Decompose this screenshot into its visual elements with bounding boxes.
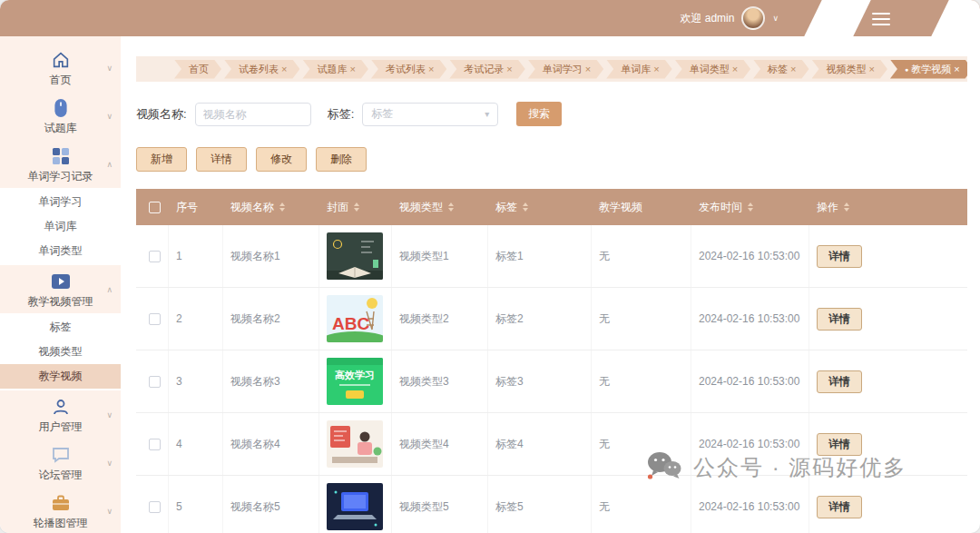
forum-icon [50, 444, 72, 466]
detail-button[interactable]: 详情 [196, 147, 247, 172]
sidebar-item-label: 首页 [50, 74, 72, 87]
tab-label: 首页 [189, 63, 209, 76]
col-cover: 封面 [319, 189, 392, 225]
close-icon[interactable]: × [506, 64, 512, 74]
svg-text:高效学习: 高效学习 [335, 370, 375, 380]
col-name: 视频名称 [223, 189, 319, 225]
sidebar-subitem-word-bank[interactable]: 单词库 [0, 214, 121, 239]
sort-icon[interactable] [279, 202, 285, 212]
sort-icon[interactable] [523, 202, 528, 212]
row-detail-button[interactable]: 详情 [817, 308, 862, 331]
tag-label: 标签: [328, 106, 355, 123]
tab-label: 标签 [768, 63, 788, 76]
tab-label: 考试列表 [386, 63, 426, 76]
sidebar-subitem-word-learning[interactable]: 单词学习 [0, 190, 121, 214]
close-icon[interactable]: × [732, 64, 738, 74]
sidebar-subitem-teaching-video[interactable]: 教学视频 [0, 364, 121, 389]
row-checkbox[interactable] [149, 501, 161, 513]
close-icon[interactable]: × [281, 64, 287, 74]
row-detail-button[interactable]: 详情 [817, 370, 862, 393]
sidebar-item-word-learning-records[interactable]: 单词学习记录 ∧ [0, 140, 121, 188]
sidebar-item-teaching-video-management[interactable]: 教学视频管理 ∧ [0, 265, 121, 313]
sidebar-item-home[interactable]: 首页 ∨ [0, 44, 121, 92]
sort-icon[interactable] [748, 202, 753, 212]
sidebar-subitem-tag[interactable]: 标签 [0, 315, 121, 340]
cell-name: 视频名称3 [223, 350, 319, 412]
cell-no: 5 [169, 476, 223, 533]
col-time: 发布时间 [691, 189, 809, 225]
row-checkbox[interactable] [149, 439, 161, 450]
close-icon[interactable]: × [869, 64, 875, 74]
sidebar-item-label: 轮播图管理 [34, 517, 88, 530]
close-icon[interactable]: × [954, 64, 959, 74]
chevron-down-icon: ∨ [106, 64, 113, 73]
cover-image-green-study: 高效学习 [327, 358, 383, 405]
tab-word-type[interactable]: 单词类型 × [675, 60, 750, 79]
chevron-down-icon[interactable]: ∨ [772, 14, 779, 23]
tab-tag[interactable]: 标签 × [753, 60, 808, 79]
avatar[interactable] [741, 6, 765, 30]
tab-exam-list[interactable]: 考试列表 × [371, 60, 446, 79]
cell-type: 视频类型4 [392, 413, 488, 475]
sidebar-subitem-word-type[interactable]: 单词类型 [0, 239, 121, 263]
close-icon[interactable]: × [428, 64, 434, 74]
tab-question-bank[interactable]: 试题库 × [302, 60, 368, 79]
tab-label: 视频类型 [827, 63, 867, 76]
sidebar-item-forum-management[interactable]: 论坛管理 ∨ [0, 439, 121, 487]
table-row: 1 视频名称1 [136, 225, 967, 288]
col-type: 视频类型 [392, 189, 488, 225]
close-icon[interactable]: × [653, 64, 659, 74]
sort-icon[interactable] [354, 202, 359, 212]
sidebar-item-user-management[interactable]: 用户管理 ∨ [0, 390, 121, 439]
topbar-decoration [804, 0, 871, 36]
tab-label: 考试记录 [464, 63, 504, 76]
cover-image-abc-book: ABC [327, 295, 383, 342]
row-detail-button[interactable]: 详情 [817, 245, 862, 268]
word-submenu: 单词学习 单词库 单词类型 [0, 188, 121, 265]
sidebar-item-question-bank[interactable]: 试题库 ∨ [0, 92, 121, 140]
topbar: 欢迎 admin ∨ [0, 0, 980, 36]
menu-icon[interactable] [872, 13, 890, 29]
tag-select[interactable]: 标签 ▾ [362, 103, 498, 126]
sort-icon[interactable] [844, 202, 849, 212]
chevron-down-icon: ∨ [106, 507, 113, 516]
sort-icon[interactable] [448, 202, 454, 212]
cell-type: 视频类型1 [392, 225, 488, 287]
search-button[interactable]: 搜索 [516, 102, 562, 126]
cell-tag: 标签3 [488, 350, 592, 412]
watermark: 公众号 · 源码好优多 [646, 450, 906, 485]
add-button[interactable]: 新增 [136, 147, 187, 172]
filter-bar: 视频名称: 标签: 标签 ▾ 搜索 [136, 102, 967, 126]
video-name-input[interactable] [195, 103, 311, 126]
topbar-corner-decoration [931, 0, 980, 36]
tab-video-type[interactable]: 视频类型 × [812, 60, 887, 79]
cell-tag: 标签2 [488, 288, 592, 350]
tab-home[interactable]: 首页 [174, 60, 221, 79]
edit-button[interactable]: 修改 [256, 147, 307, 172]
chevron-down-icon: ∨ [106, 410, 113, 419]
sidebar-subitem-video-type[interactable]: 视频类型 [0, 340, 121, 364]
cell-tag: 标签1 [488, 225, 592, 287]
tab-label: 试题库 [317, 63, 347, 76]
tab-word-bank[interactable]: 单词库 × [606, 60, 671, 79]
row-checkbox[interactable] [149, 251, 161, 262]
video-name-label: 视频名称: [136, 106, 187, 123]
delete-button[interactable]: 删除 [316, 147, 367, 172]
row-detail-button[interactable]: 详情 [817, 496, 862, 518]
chevron-down-icon: ∨ [106, 112, 113, 121]
tab-word-learning[interactable]: 单词学习 × [528, 60, 603, 79]
tab-exam-records[interactable]: 考试记录 × [449, 60, 524, 79]
sidebar-item-carousel-management[interactable]: 轮播图管理 ∨ [0, 487, 121, 533]
cell-type: 视频类型5 [392, 476, 488, 533]
table-header: 序号 视频名称 封面 视频类型 标签 教学视频 发布时间 操作 [136, 189, 967, 225]
close-icon[interactable]: × [585, 64, 591, 74]
row-checkbox[interactable] [149, 376, 161, 388]
tab-exam-paper-list[interactable]: 试卷列表 × [224, 60, 299, 79]
close-icon[interactable]: × [349, 64, 355, 74]
tab-teaching-video[interactable]: ● 教学视频 × [890, 60, 967, 79]
select-all-checkbox[interactable] [149, 202, 161, 213]
mouse-icon [50, 97, 72, 119]
row-checkbox[interactable] [149, 313, 161, 325]
close-icon[interactable]: × [790, 64, 796, 74]
svg-text:ABC: ABC [332, 314, 369, 333]
